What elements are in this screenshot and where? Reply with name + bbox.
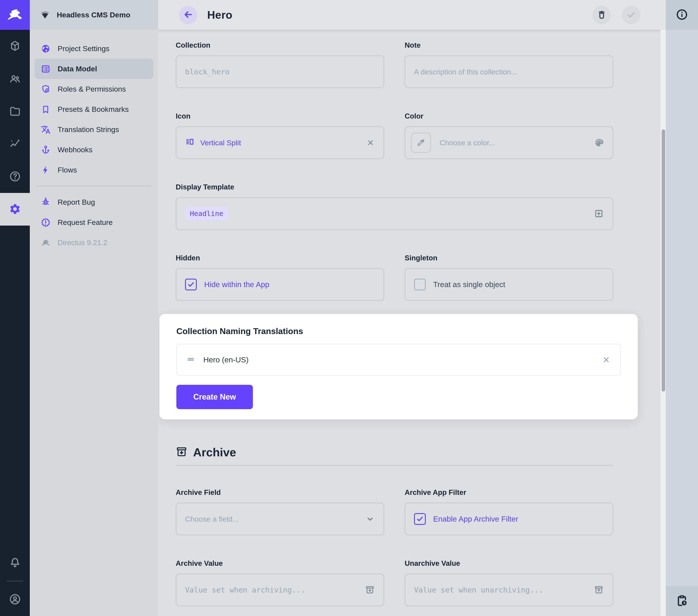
note-input[interactable]: [414, 68, 604, 76]
archive-app-filter-label: Archive App Filter: [405, 488, 613, 497]
module-content-button[interactable]: [0, 30, 30, 63]
globe-icon: [41, 44, 51, 54]
archive-value-input[interactable]: [185, 586, 359, 594]
archive-section-header: Archive: [176, 445, 613, 460]
translate-icon: [41, 125, 51, 135]
module-bar-divider: [7, 580, 23, 581]
checkbox-checked-icon: [185, 279, 197, 290]
template-chip-headline[interactable]: Headline: [185, 206, 228, 221]
notifications-button[interactable]: [0, 547, 30, 578]
hidden-input-wrap: Hide within the App: [176, 268, 384, 301]
nav-item-presets-bookmarks[interactable]: Presets & Bookmarks: [34, 99, 153, 120]
scrollbar-thumb[interactable]: [662, 129, 665, 392]
color-input[interactable]: [440, 139, 588, 147]
archive-field-select[interactable]: [176, 503, 384, 535]
trash-icon: [597, 10, 607, 20]
palette-icon[interactable]: [594, 138, 604, 148]
nav-item-project-settings[interactable]: Project Settings: [34, 39, 153, 59]
page-header: Hero: [158, 0, 666, 30]
remove-translation-button[interactable]: [602, 355, 611, 364]
nav-item-label: Presets & Bookmarks: [58, 105, 129, 113]
color-label: Color: [405, 112, 613, 121]
nav-item-flows[interactable]: Flows: [34, 160, 153, 180]
field-note: Note: [405, 41, 613, 88]
field-archive-value: Archive Value: [176, 559, 384, 606]
unarchive-value-input[interactable]: [414, 586, 588, 594]
note-input-wrap: [405, 55, 613, 88]
archive-field-input[interactable]: [185, 515, 359, 523]
note-label: Note: [405, 41, 613, 50]
nav-item-webhooks[interactable]: Webhooks: [34, 140, 153, 160]
nav-item-translation-strings[interactable]: Translation Strings: [34, 120, 153, 140]
module-insights-button[interactable]: [0, 128, 30, 160]
help-icon: [9, 170, 21, 183]
folder-icon: [9, 105, 21, 118]
archive-section-title: Archive: [193, 446, 236, 459]
project-header[interactable]: Headless CMS Demo: [30, 0, 158, 30]
collection-input[interactable]: [185, 67, 375, 76]
eyedropper-icon: [417, 138, 425, 148]
chevron-down-icon: [365, 514, 375, 524]
nav-item-report-bug[interactable]: Report Bug: [34, 192, 153, 212]
project-name: Headless CMS Demo: [57, 11, 130, 19]
nav-item-request-feature[interactable]: Request Feature: [34, 212, 153, 233]
module-help-button[interactable]: [0, 160, 30, 193]
anchor-icon: [41, 145, 51, 155]
singleton-checkbox-label: Treat as single object: [433, 280, 505, 289]
archive-icon[interactable]: [365, 585, 375, 595]
archive-field-label: Archive Field: [176, 488, 384, 497]
create-new-button[interactable]: Create New: [176, 385, 253, 409]
archive-app-filter-checkbox-label: Enable App Archive Filter: [433, 515, 518, 523]
nav-item-version: Directus 9.21.2: [34, 233, 153, 253]
bolt-icon: [41, 165, 51, 175]
new-releases-icon: [41, 218, 51, 228]
nav-item-label: Project Settings: [58, 44, 109, 53]
field-unarchive-value: Unarchive Value: [405, 559, 613, 606]
row-archive-field-filter: Archive Field Archive App Filter Enable …: [176, 488, 613, 535]
directus-logo[interactable]: [0, 0, 30, 30]
back-button[interactable]: [179, 6, 197, 24]
scrollbar-track[interactable]: [660, 30, 666, 616]
translation-row[interactable]: Hero (en-US): [176, 344, 621, 375]
delete-collection-button[interactable]: [592, 6, 611, 24]
nav-item-roles-permissions[interactable]: Roles & Permissions: [34, 79, 153, 99]
nav-item-data-model[interactable]: Data Model: [34, 59, 153, 79]
unarchive-icon[interactable]: [594, 585, 604, 595]
account-circle-icon: [9, 593, 21, 606]
clear-icon-button[interactable]: [366, 138, 375, 147]
cube-icon: [9, 40, 21, 53]
color-swatch-button[interactable]: [411, 133, 431, 153]
archive-app-filter-checkbox[interactable]: Enable App Archive Filter: [414, 513, 518, 525]
collection-naming-translations-card: Collection Naming Translations Hero (en-…: [159, 314, 638, 419]
save-button[interactable]: [622, 6, 640, 24]
archive-value-wrap: [176, 574, 384, 606]
module-settings-button[interactable]: [0, 193, 30, 225]
gear-icon: [9, 203, 21, 216]
info-sidebar-button[interactable]: [675, 8, 688, 22]
module-bar: [0, 0, 30, 616]
icon-label: Icon: [176, 112, 384, 121]
singleton-checkbox[interactable]: Treat as single object: [414, 279, 505, 290]
hidden-checkbox[interactable]: Hide within the App: [185, 279, 269, 290]
collection-settings-content: Collection Note Icon: [158, 30, 666, 616]
archive-value-label: Archive Value: [176, 559, 384, 568]
drag-handle-icon[interactable]: [186, 355, 195, 365]
settings-nav-list: Project Settings Data Model: [30, 30, 158, 253]
list-alt-icon: [41, 64, 51, 74]
user-avatar-button[interactable]: [0, 584, 30, 615]
color-input-wrap: [405, 126, 613, 159]
field-singleton: Singleton Treat as single object: [405, 254, 613, 301]
module-files-button[interactable]: [0, 95, 30, 128]
revisions-button[interactable]: [675, 594, 688, 608]
nav-item-label: Request Feature: [58, 218, 113, 227]
module-users-button[interactable]: [0, 63, 30, 95]
display-template-input[interactable]: Headline: [176, 197, 613, 230]
insights-icon: [9, 138, 21, 151]
field-display-template: Display Template Headline: [176, 183, 613, 230]
add-box-icon[interactable]: [594, 209, 604, 219]
field-archive-app-filter: Archive App Filter Enable App Archive Fi…: [405, 488, 613, 535]
collection-input-wrap: [176, 55, 384, 88]
bug-icon: [41, 197, 51, 207]
archive-app-filter-wrap: Enable App Archive Filter: [405, 503, 613, 535]
icon-select[interactable]: Vertical Split: [176, 126, 384, 159]
